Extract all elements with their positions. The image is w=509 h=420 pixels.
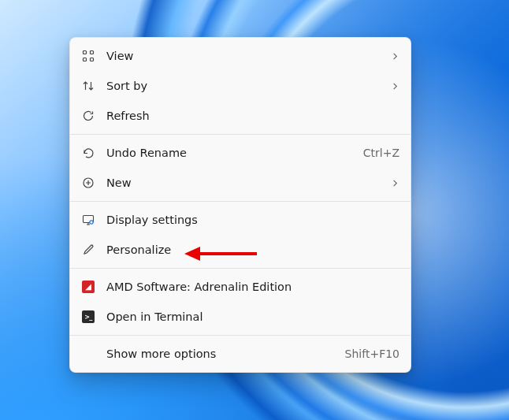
menu-item-label: Open in Terminal	[106, 310, 202, 323]
view-icon	[81, 49, 95, 63]
personalize-icon	[81, 243, 95, 257]
menu-separator	[70, 335, 411, 336]
menu-item-label: Refresh	[106, 110, 150, 122]
display-settings-icon	[81, 213, 95, 227]
menu-item-refresh[interactable]: Refresh	[70, 101, 411, 131]
menu-item-sort-by[interactable]: Sort by	[70, 71, 411, 101]
svg-rect-1	[91, 51, 94, 54]
menu-item-personalize[interactable]: Personalize	[70, 235, 411, 265]
svg-rect-2	[84, 58, 87, 61]
chevron-right-icon	[391, 179, 399, 188]
new-icon	[81, 176, 95, 190]
menu-item-label: Personalize	[106, 243, 171, 256]
menu-item-open-terminal[interactable]: >_ Open in Terminal	[70, 302, 411, 332]
menu-item-label: Display settings	[106, 214, 198, 226]
menu-item-shortcut: Shift+F10	[345, 348, 399, 360]
menu-item-show-more-options[interactable]: Show more options Shift+F10	[70, 339, 411, 369]
undo-icon	[81, 146, 95, 160]
terminal-icon: >_	[81, 310, 95, 324]
menu-item-shortcut: Ctrl+Z	[363, 147, 399, 159]
menu-item-display-settings[interactable]: Display settings	[70, 205, 411, 235]
refresh-icon	[81, 109, 95, 123]
menu-item-label: New	[106, 177, 132, 189]
menu-item-label: Show more options	[106, 348, 216, 360]
chevron-right-icon	[391, 82, 399, 91]
menu-separator	[70, 134, 411, 135]
menu-item-label: View	[106, 50, 133, 62]
amd-icon: ◢	[81, 280, 95, 294]
menu-item-amd-software[interactable]: ◢ AMD Software: Adrenalin Edition	[70, 272, 411, 302]
menu-item-label: AMD Software: Adrenalin Edition	[106, 281, 292, 293]
sort-icon	[81, 79, 95, 93]
menu-separator	[70, 268, 411, 269]
menu-item-label: Sort by	[106, 80, 147, 92]
menu-item-label: Undo Rename	[106, 147, 187, 159]
desktop-context-menu: View Sort by Refresh	[69, 37, 411, 373]
svg-rect-3	[91, 58, 94, 61]
menu-item-undo-rename[interactable]: Undo Rename Ctrl+Z	[70, 138, 411, 168]
chevron-right-icon	[391, 52, 399, 61]
menu-item-new[interactable]: New	[70, 168, 411, 198]
empty-icon	[81, 347, 95, 361]
menu-item-view[interactable]: View	[70, 41, 411, 71]
menu-separator	[70, 201, 411, 202]
svg-rect-0	[84, 51, 87, 54]
